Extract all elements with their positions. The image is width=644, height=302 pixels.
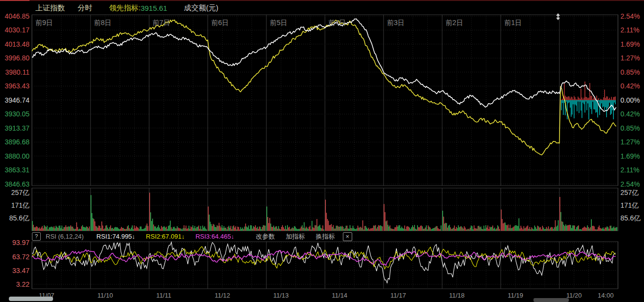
change-indicator-button[interactable]: 换指标 [316, 232, 335, 241]
rsi1-value: RSI1:74.995↓ [96, 233, 135, 240]
close-indicator-button[interactable]: × [343, 232, 352, 241]
stock-chart-app: 上证指数 分时 领先指标: 3915.61 成交额(元) 4046.854030… [0, 0, 644, 302]
add-indicator-button[interactable]: 加指标 [286, 232, 305, 241]
help-button[interactable]: ? [32, 232, 41, 241]
rsi2-value: RSI2:67.091↓ [146, 233, 185, 240]
panel-splitter-icon[interactable] [556, 13, 560, 20]
h-scrollbar-track-right[interactable] [533, 298, 569, 302]
edit-params-button[interactable]: 改参数 [256, 232, 275, 241]
rsi3-value: RSI3:64.465↓ [196, 233, 234, 240]
rsi-header: ? RSI (6,12,24) RSI1:74.995↓ RSI2:67.091… [32, 232, 618, 241]
chart-canvas[interactable] [0, 0, 644, 302]
rsi-indicator-name: RSI (6,12,24) [46, 233, 84, 240]
h-scrollbar-thumb[interactable] [9, 297, 53, 301]
